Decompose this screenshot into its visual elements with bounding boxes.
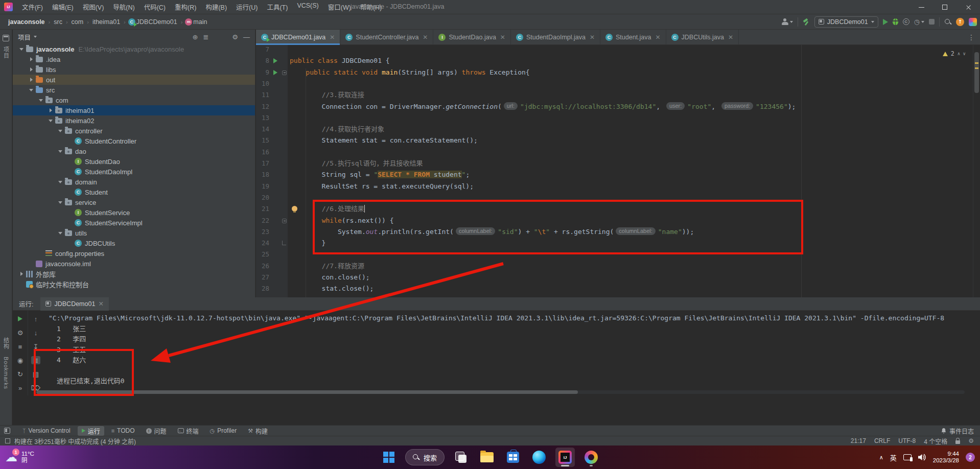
chevron-down-icon[interactable]: [27, 89, 36, 91]
stop-icon[interactable]: ■: [16, 342, 25, 350]
prev-next-warning-icons[interactable]: ∧ ∨: [958, 48, 966, 59]
tree-item-临时文件和控制台[interactable]: 临时文件和控制台: [13, 279, 255, 289]
tab-StudentDao.java[interactable]: IStudentDao.java✕: [433, 30, 511, 44]
soft-wrap-icon[interactable]: ≣: [31, 356, 40, 364]
tab-JDBCDemo01.java[interactable]: CJDBCDemo01.java✕: [256, 30, 340, 44]
code-line-16[interactable]: 16: [256, 147, 972, 158]
menu-item[interactable]: 运行(U): [232, 1, 262, 13]
project-stripe-icon[interactable]: [3, 35, 9, 41]
code-line-15[interactable]: 15 Statement stat = con.createStatement(…: [256, 135, 972, 146]
code-with-me-button[interactable]: [782, 18, 793, 25]
inspections-widget[interactable]: 2 ∧ ∨: [943, 48, 966, 59]
chevron-down-icon[interactable]: [56, 201, 65, 204]
stripe-label-project[interactable]: 项目: [2, 46, 10, 59]
close-icon[interactable]: ✕: [98, 300, 103, 308]
menu-item[interactable]: 编辑(E): [48, 1, 78, 13]
code-line-22[interactable]: 22 while(rs.next()) {: [256, 215, 972, 226]
tree-item-config.properties[interactable]: config.properties: [13, 248, 255, 259]
hidden-icons-chevron[interactable]: ∧: [879, 454, 883, 461]
code-line-21[interactable]: 21 //6.处理结果: [256, 203, 972, 215]
tab-StudentController.java[interactable]: CStudentController.java✕: [340, 30, 433, 44]
breadcrumb-item[interactable]: itheima01: [91, 18, 121, 26]
chevron-right-icon[interactable]: [27, 67, 36, 72]
menu-item[interactable]: 文件(F): [18, 1, 47, 13]
code-line-8[interactable]: 8public class JDBCDemo01 {: [256, 55, 972, 66]
code-line-7[interactable]: 7: [256, 45, 972, 55]
code-line-17[interactable]: 17 //5.执行sql语句，并且接收结果: [256, 158, 972, 169]
notification-badge[interactable]: 2: [966, 453, 975, 462]
rerun-icon[interactable]: [16, 315, 25, 323]
toolwindow-button-问题[interactable]: !问题: [142, 426, 171, 436]
toolwindow-button-TODO[interactable]: ≡TODO: [107, 427, 139, 435]
tree-item-utils[interactable]: utils: [13, 228, 255, 238]
editor-scrollbar-thumb[interactable]: [974, 52, 979, 93]
fold-icon[interactable]: [282, 219, 287, 223]
breadcrumb-item[interactable]: main: [192, 18, 208, 26]
tree-item-src[interactable]: src: [13, 85, 255, 95]
cast-icon[interactable]: [903, 454, 912, 460]
close-button[interactable]: [956, 0, 980, 14]
search-everywhere-button[interactable]: [944, 18, 951, 26]
code-line-12[interactable]: 12 Connection con = DriverManager.getCon…: [256, 101, 972, 112]
tree-item-domain[interactable]: domain: [13, 177, 255, 187]
tree-item-javaconsole.iml[interactable]: javaconsole.iml: [13, 259, 255, 269]
tab-JDBCUtils.java[interactable]: CJDBCUtils.java✕: [666, 30, 739, 44]
tree-item-com[interactable]: com: [13, 95, 255, 105]
fold-end-icon[interactable]: [282, 241, 286, 245]
update-notification-icon[interactable]: ↑: [956, 18, 964, 26]
menu-item[interactable]: 视图(V): [79, 1, 108, 13]
tree-item-out[interactable]: out: [13, 75, 255, 85]
tree-item-StudentDao[interactable]: IStudentDao: [13, 156, 255, 167]
speaker-icon[interactable]: [918, 454, 926, 461]
code-line-28[interactable]: 28 stat.close();: [256, 283, 972, 294]
run-gutter-icon[interactable]: [273, 58, 277, 63]
taskbar-search[interactable]: 搜索: [405, 449, 445, 465]
code-line-25[interactable]: 25: [256, 249, 972, 260]
breadcrumb-item[interactable]: com: [71, 18, 85, 26]
breadcrumb-item[interactable]: src: [53, 18, 63, 26]
tab-close-icon[interactable]: ✕: [728, 34, 733, 41]
tree-item-StudentServiceImpl[interactable]: CStudentServiceImpl: [13, 218, 255, 228]
run-gutter-icon[interactable]: [273, 70, 277, 75]
chevron-down-icon[interactable]: [56, 150, 65, 153]
toolwindow-button-Profiler[interactable]: ◷Profiler: [206, 427, 241, 435]
file-explorer-button[interactable]: [477, 448, 497, 467]
tree-item-JDBCUtils[interactable]: CJDBCUtils: [13, 238, 255, 248]
hide-panel-icon[interactable]: —: [243, 33, 250, 41]
gear-icon[interactable]: ⚙: [968, 437, 974, 444]
tree-item-itheima02[interactable]: itheima02: [13, 115, 255, 126]
chevron-down-icon[interactable]: [56, 130, 65, 132]
run-button[interactable]: [883, 19, 888, 25]
collapse-all-icon[interactable]: ≣: [203, 33, 208, 41]
tree-item-service[interactable]: service: [13, 197, 255, 207]
toolwindow-button-运行[interactable]: 运行: [78, 426, 104, 436]
code-line-13[interactable]: 13: [256, 112, 972, 124]
profiler-button[interactable]: ◷: [914, 18, 924, 25]
project-panel-title[interactable]: 项目: [18, 32, 31, 42]
code-line-27[interactable]: 27 con.close();: [256, 272, 972, 283]
stripe-label-structure[interactable]: 结构: [2, 337, 10, 349]
tree-item-.idea[interactable]: .idea: [13, 54, 255, 64]
up-icon[interactable]: ↑: [31, 315, 40, 323]
tab-close-icon[interactable]: ✕: [500, 34, 505, 41]
start-button[interactable]: [379, 448, 399, 467]
chevron-right-icon[interactable]: [46, 108, 55, 112]
code-line-18[interactable]: 18 String sql = "SELECT * FROM student";: [256, 169, 972, 180]
tree-item-javaconsole[interactable]: javaconsoleE:\IdeaProjects\javapro\javac…: [13, 44, 255, 54]
chevron-right-icon[interactable]: [27, 78, 36, 82]
tree-item-dao[interactable]: dao: [13, 146, 255, 156]
scrollbar-thumb[interactable]: [36, 390, 578, 394]
tab-StudentDaoImpl.java[interactable]: CStudentDaoImpl.java✕: [511, 30, 600, 44]
toolwindow-button-构建[interactable]: ⚒构建: [244, 426, 272, 436]
tree-item-外部库[interactable]: 外部库: [13, 269, 255, 279]
chevron-right-icon[interactable]: [27, 57, 36, 61]
down-icon[interactable]: ↓: [31, 329, 40, 337]
lock-icon[interactable]: [955, 440, 960, 444]
line-separator[interactable]: CRLF: [874, 437, 890, 444]
chevron-down-icon[interactable]: [36, 99, 45, 102]
toolwindow-button-Version Control[interactable]: ᛉVersion Control: [18, 427, 75, 435]
toolwindow-button-终端[interactable]: ›_终端: [174, 426, 203, 436]
settings-icon[interactable]: ⚙: [16, 329, 25, 337]
indent-setting[interactable]: 4 个空格: [924, 437, 947, 445]
tree-item-StudentDaoImpl[interactable]: CStudentDaoImpl: [13, 167, 255, 177]
